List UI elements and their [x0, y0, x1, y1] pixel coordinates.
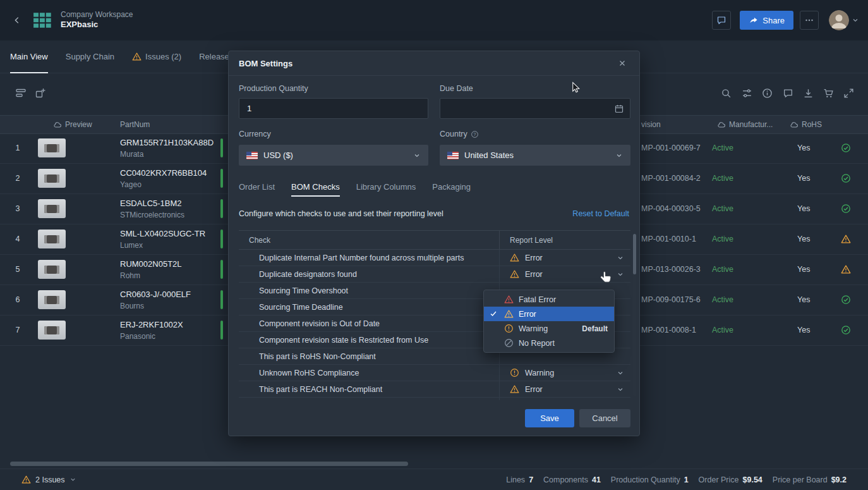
rohs-cell: Yes — [797, 224, 810, 254]
row-index: 4 — [0, 224, 35, 254]
report-level-select[interactable]: Error — [499, 250, 630, 266]
column-preview[interactable]: Preview — [53, 116, 92, 133]
checks-description: Configure which checks to use and set th… — [239, 209, 443, 218]
modal-title: BOM Settings — [239, 59, 292, 68]
part-preview — [38, 260, 66, 279]
check-circle-icon — [841, 285, 851, 315]
column-rohs[interactable]: RoHS — [790, 116, 822, 133]
revision-cell: MP-001-0010-1 — [641, 224, 696, 254]
svg-text:?: ? — [473, 132, 476, 137]
part-preview — [38, 230, 66, 248]
scrollbar-thumb[interactable] — [633, 234, 636, 274]
stat-production-quantity: Production Quantity1 — [611, 475, 689, 484]
view-config-button[interactable] — [15, 87, 27, 99]
tab-bom-checks[interactable]: BOM Checks — [291, 176, 340, 197]
user-avatar[interactable] — [829, 10, 849, 30]
tab-library-columns[interactable]: Library Columns — [356, 176, 416, 197]
option-warning[interactable]: Warning Default — [484, 321, 614, 336]
chevron-down-icon — [617, 271, 624, 278]
search-button[interactable] — [721, 87, 732, 99]
share-icon — [749, 16, 758, 25]
share-button[interactable]: Share — [740, 11, 793, 30]
column-check: Check — [239, 236, 499, 245]
revision-cell: MP-001-00069-7 — [641, 133, 701, 163]
fatal-error-icon — [504, 295, 514, 304]
production-quantity-input[interactable] — [239, 98, 428, 119]
row-index: 3 — [0, 193, 35, 224]
expand-icon — [843, 88, 854, 99]
checks-scrollbar[interactable] — [633, 232, 636, 396]
close-icon — [618, 59, 627, 68]
rohs-cell: Yes — [797, 163, 810, 193]
check-row: This part is REACH Non-Compliant Error — [239, 381, 630, 398]
workspace-titles: Company Workspace EXPbasic — [61, 10, 133, 30]
stat-lines: Lines7 — [506, 475, 533, 484]
info-button[interactable] — [762, 87, 773, 99]
currency-select[interactable]: USD ($) — [239, 145, 428, 166]
tab-order-list[interactable]: Order List — [239, 176, 275, 197]
comment-icon — [716, 15, 726, 25]
lifecycle-cell: Active — [712, 254, 733, 285]
cloud-icon — [717, 120, 726, 129]
column-partnum[interactable]: PartNum — [120, 116, 150, 133]
more-options-button[interactable] — [800, 11, 819, 30]
avatar-chevron-icon[interactable] — [852, 16, 859, 24]
cancel-button[interactable]: Cancel — [579, 409, 630, 427]
bom-stats: Lines7 Components41 Production Quantity1… — [506, 475, 847, 484]
download-button[interactable] — [803, 87, 814, 99]
filter-button[interactable] — [742, 87, 753, 99]
cart-button[interactable] — [823, 87, 835, 99]
reset-to-default-link[interactable]: Reset to Default — [572, 209, 629, 218]
part-number: ERJ-2RKF1002X — [120, 319, 183, 331]
comments-button[interactable] — [712, 11, 731, 30]
revision-cell: MP-009-00175-6 — [641, 285, 701, 315]
option-fatal-error[interactable]: Fatal Error — [484, 292, 614, 307]
report-level-select[interactable]: Warning — [499, 365, 630, 381]
column-manufacturer[interactable]: Manufactur... — [717, 116, 773, 133]
tab-packaging[interactable]: Packaging — [432, 176, 471, 197]
report-level-select[interactable]: Error — [499, 381, 630, 397]
default-badge: Default — [582, 324, 608, 333]
warning-triangle-icon — [510, 253, 519, 262]
stat-components: Components41 — [543, 475, 601, 484]
lifecycle-cell: Active — [712, 285, 733, 315]
add-item-button[interactable] — [35, 87, 46, 99]
fullscreen-button[interactable] — [843, 87, 855, 99]
issues-dropdown[interactable]: 2 Issues — [21, 475, 76, 484]
revision-cell: MP-013-00026-3 — [641, 254, 701, 285]
lifecycle-bar — [220, 230, 223, 248]
check-row-partial — [239, 398, 630, 400]
help-icon[interactable]: ? — [471, 130, 479, 138]
save-button[interactable]: Save — [525, 409, 574, 427]
rohs-cell: Yes — [797, 133, 810, 163]
report-level-select[interactable]: Error — [499, 266, 630, 282]
warning-circle-icon — [504, 324, 514, 333]
rohs-cell: Yes — [797, 193, 810, 224]
lifecycle-cell: Active — [712, 315, 733, 345]
chevron-down-icon — [617, 254, 624, 262]
part-preview — [38, 321, 66, 340]
tab-main-view[interactable]: Main View — [10, 40, 48, 73]
row-index: 5 — [0, 254, 35, 285]
part-preview — [38, 169, 66, 188]
calendar-icon[interactable] — [614, 104, 624, 114]
tab-supply-chain[interactable]: Supply Chain — [66, 40, 114, 73]
country-select[interactable]: United States — [440, 145, 630, 166]
horizontal-scrollbar[interactable] — [10, 462, 408, 466]
check-row: Unknown RoHS Compliance Warning — [239, 365, 630, 381]
row-index: 6 — [0, 285, 35, 315]
close-button[interactable] — [615, 56, 629, 70]
comment-button[interactable] — [783, 87, 794, 99]
country-label: Country? — [440, 130, 479, 138]
warning-triangle-icon — [132, 52, 142, 61]
chevron-down-icon — [69, 476, 76, 483]
back-button[interactable] — [9, 12, 25, 28]
revision-cell: MP-004-00030-5 — [641, 193, 701, 224]
due-date-input[interactable] — [440, 98, 630, 119]
option-no-report[interactable]: No Report — [484, 336, 614, 350]
production-quantity-label: Production Quantity — [239, 84, 308, 93]
tab-issues[interactable]: Issues (2) — [132, 40, 181, 73]
part-manufacturer: Murata — [120, 149, 214, 160]
column-revision[interactable]: vision — [641, 116, 661, 133]
option-error[interactable]: Error — [484, 307, 614, 321]
